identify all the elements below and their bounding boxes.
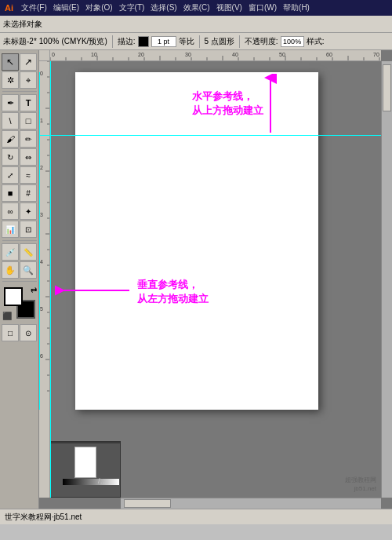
menu-view[interactable]: 视图(V)	[213, 2, 245, 14]
blend-tool[interactable]: ∞	[2, 202, 19, 220]
svg-text:1: 1	[40, 118, 43, 123]
type-tool[interactable]: T	[20, 94, 37, 111]
doc-zoom: 100%	[39, 37, 60, 46]
slice-tool[interactable]: ⊡	[20, 221, 37, 238]
svg-text:4: 4	[40, 259, 43, 265]
canvas-area: 0 10 20 30 40 50 60 70	[39, 50, 392, 509]
menu-window[interactable]: 窗口(W)	[245, 2, 280, 14]
toolbar-separator-3	[239, 35, 240, 48]
scale-tool[interactable]: ⤢	[2, 166, 19, 184]
status-text: 世字米教程网·jb51.net	[5, 512, 82, 523]
v-guide-arrow	[55, 283, 133, 301]
tool-row-9: ∞ ✦	[2, 202, 37, 220]
tool-sep-1	[2, 91, 37, 92]
thumbnail-page	[74, 447, 96, 478]
h-guide-arrow	[263, 74, 278, 140]
opacity-input[interactable]	[281, 36, 304, 47]
normal-mode-btn[interactable]: □	[2, 324, 19, 341]
column-graph-tool[interactable]: 📊	[2, 221, 19, 238]
main-area: ↖ ↗ ✲ ⌖ ✒ T \ □ 🖌 ✏ ↻ ⇔ ⤢ ≈ ■ #	[0, 50, 392, 509]
ruler-left: 0 1 2 3 4 5 6	[39, 61, 50, 498]
magic-wand-tool[interactable]: ✲	[2, 71, 19, 89]
rotate-tool[interactable]: ↻	[2, 148, 19, 166]
gradient-tool[interactable]: ■	[2, 184, 19, 202]
stroke-value-input[interactable]	[151, 36, 176, 47]
rect-tool[interactable]: □	[20, 112, 37, 130]
ruler-top: 0 10 20 30 40 50 60 70	[50, 50, 381, 61]
color-swatches: ⇄ ⬛	[2, 286, 37, 320]
select-tool[interactable]: ↖	[2, 53, 19, 71]
menu-file[interactable]: 文件(F)	[18, 2, 50, 14]
menu-object[interactable]: 对象(O)	[82, 2, 115, 14]
svg-text:0: 0	[40, 71, 43, 76]
svg-text:40: 40	[232, 52, 238, 57]
svg-text:30: 30	[185, 52, 191, 57]
h-guide-annotation: 水平参考线， 从上方拖动建立	[192, 89, 263, 118]
watermark: 超强教程网 jb51.net	[345, 476, 376, 493]
svg-text:5: 5	[40, 306, 43, 312]
thumbnail-page-num: /…	[98, 477, 107, 485]
mask-mode-btn[interactable]: ⊙	[20, 324, 37, 341]
tool-row-12: ✋ 🔍	[2, 261, 37, 279]
svg-text:3: 3	[40, 212, 43, 217]
app-icon: Ai	[5, 3, 13, 13]
tool-row-2: ✲ ⌖	[2, 71, 37, 89]
document-canvas	[75, 72, 318, 410]
svg-text:50: 50	[279, 52, 285, 57]
tool-sep-2	[2, 240, 37, 241]
tool-row-1: ↖ ↗	[2, 53, 37, 71]
swap-colors-btn[interactable]: ⇄	[31, 286, 37, 294]
title-bar: Ai 文件(F) 编辑(E) 对象(O) 文字(T) 选择(S) 效果(C) 视…	[0, 0, 392, 16]
hand-tool[interactable]: ✋	[2, 261, 19, 279]
fg-color-swatch[interactable]	[4, 287, 23, 306]
svg-text:10: 10	[91, 52, 97, 57]
guide-line-vertical	[39, 72, 40, 410]
ruler-corner	[39, 50, 50, 61]
toolbar-separator-1	[112, 35, 113, 48]
svg-rect-31	[39, 61, 50, 498]
tool-row-11: 💉 📏	[2, 243, 37, 261]
selection-label: 未选择对象	[3, 19, 42, 30]
stroke-color-swatch[interactable]	[138, 36, 149, 47]
direct-select-tool[interactable]: ↗	[20, 53, 37, 71]
v-guide-annotation: 垂直参考线， 从左方拖动建立	[137, 278, 209, 306]
zoom-tool[interactable]: 🔍	[20, 261, 37, 279]
tool-row-5: 🖌 ✏	[2, 130, 37, 148]
menu-help[interactable]: 帮助(H)	[280, 2, 313, 14]
menu-select[interactable]: 选择(S)	[147, 2, 180, 14]
guide-h-full	[50, 135, 381, 136]
guide-v-full	[50, 61, 51, 498]
status-bar: 世字米教程网·jb51.net	[0, 509, 392, 524]
stroke-label: 描边:	[118, 36, 136, 47]
mirror-tool[interactable]: ⇔	[20, 148, 37, 166]
menu-effect[interactable]: 效果(C)	[180, 2, 213, 14]
measure-tool[interactable]: 📏	[20, 243, 37, 261]
scrollbar-vertical[interactable]	[381, 61, 392, 498]
warp-tool[interactable]: ≈	[20, 166, 37, 184]
lasso-tool[interactable]: ⌖	[20, 71, 37, 89]
menu-text[interactable]: 文字(T)	[116, 2, 148, 14]
scrollbar-v-thumb[interactable]	[383, 64, 391, 111]
tool-row-6: ↻ ⇔	[2, 148, 37, 166]
thumbnail-panel: /…	[50, 441, 121, 498]
thumbnail-content	[51, 443, 120, 481]
scrollbar-h-thumb[interactable]	[124, 499, 171, 508]
menu-edit[interactable]: 编辑(E)	[50, 2, 82, 14]
color-mode: (CMYK/预览)	[61, 36, 107, 47]
svg-text:0: 0	[52, 52, 55, 57]
tool-row-3: ✒ T	[2, 94, 37, 111]
tool-row-mode: □ ⊙	[2, 324, 37, 341]
eyedropper-tool[interactable]: 💉	[2, 243, 19, 261]
stroke-unit: 等比	[179, 36, 194, 47]
style-label: 样式:	[307, 36, 325, 47]
scrollbar-horizontal[interactable]	[121, 498, 381, 509]
default-colors-btn[interactable]: ⬛	[2, 312, 12, 320]
tool-sep-3	[2, 281, 37, 282]
pen-tool[interactable]: ✒	[2, 94, 19, 111]
tool-row-8: ■ #	[2, 184, 37, 202]
line-tool[interactable]: \	[2, 112, 19, 130]
pencil-tool[interactable]: ✏	[20, 130, 37, 148]
mesh-tool[interactable]: #	[20, 184, 37, 202]
symbol-tool[interactable]: ✦	[20, 202, 37, 220]
paintbrush-tool[interactable]: 🖌	[2, 130, 19, 148]
